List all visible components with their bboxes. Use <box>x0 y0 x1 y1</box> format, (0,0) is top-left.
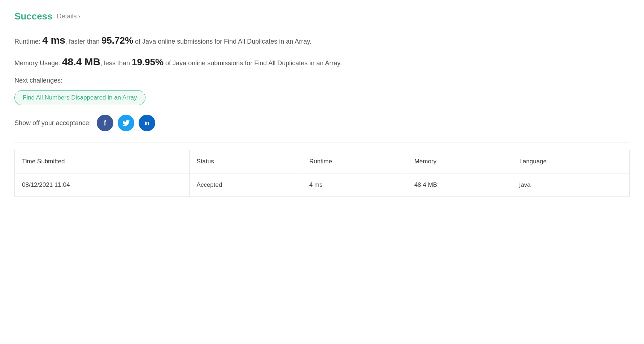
submissions-table: Time Submitted Status Runtime Memory Lan… <box>14 150 630 197</box>
next-challenges-label: Next challenges: <box>14 77 630 84</box>
runtime-percent: 95.72% <box>101 35 133 46</box>
runtime-prefix: Runtime: <box>14 38 42 45</box>
cell-language: java <box>512 173 629 197</box>
col-time-submitted: Time Submitted <box>15 150 190 173</box>
challenge-button[interactable]: Find All Numbers Disappeared in an Array <box>14 90 145 105</box>
table-header-row: Time Submitted Status Runtime Memory Lan… <box>15 150 630 173</box>
cell-runtime: 4 ms <box>302 173 407 197</box>
social-label: Show off your acceptance: <box>14 119 91 127</box>
details-arrow: › <box>78 13 80 20</box>
col-memory: Memory <box>407 150 512 173</box>
main-container: Success Details › Runtime: 4 ms, faster … <box>0 0 644 344</box>
memory-value: 48.4 MB <box>62 56 100 67</box>
details-link[interactable]: Details › <box>57 13 80 20</box>
twitter-icon[interactable] <box>118 115 134 131</box>
next-challenges-section: Next challenges: Find All Numbers Disapp… <box>14 77 630 115</box>
memory-middle: , less than <box>100 59 132 67</box>
cell-status: Accepted <box>189 173 302 197</box>
linkedin-icon[interactable]: in <box>139 115 155 131</box>
section-divider <box>14 142 630 142</box>
cell-memory: 48.4 MB <box>407 173 512 197</box>
facebook-icon[interactable]: f <box>97 115 113 131</box>
table-row: 08/12/2021 11:04Accepted4 ms48.4 MBjava <box>15 173 630 197</box>
linkedin-letters: in <box>145 120 149 126</box>
memory-suffix: of Java online submissions for Find All … <box>164 59 342 67</box>
header-row: Success Details › <box>14 11 630 22</box>
social-row: Show off your acceptance: f in <box>14 115 630 131</box>
runtime-stat-line: Runtime: 4 ms, faster than 95.72% of Jav… <box>14 33 630 48</box>
stats-section: Runtime: 4 ms, faster than 95.72% of Jav… <box>14 33 630 70</box>
cell-time: 08/12/2021 11:04 <box>15 173 190 197</box>
submissions-table-wrapper: Time Submitted Status Runtime Memory Lan… <box>14 150 630 197</box>
runtime-middle: , faster than <box>65 38 101 45</box>
col-language: Language <box>512 150 629 173</box>
details-label: Details <box>57 13 77 20</box>
social-icons: f in <box>97 115 155 131</box>
memory-prefix: Memory Usage: <box>14 59 62 67</box>
memory-stat-line: Memory Usage: 48.4 MB, less than 19.95% … <box>14 54 630 70</box>
memory-percent: 19.95% <box>132 57 164 67</box>
runtime-suffix: of Java online submissions for Find All … <box>133 38 312 45</box>
facebook-letter: f <box>104 119 106 127</box>
col-runtime: Runtime <box>302 150 407 173</box>
success-label: Success <box>14 11 53 22</box>
twitter-bird-icon <box>122 119 130 127</box>
col-status: Status <box>189 150 302 173</box>
runtime-value: 4 ms <box>42 35 65 46</box>
